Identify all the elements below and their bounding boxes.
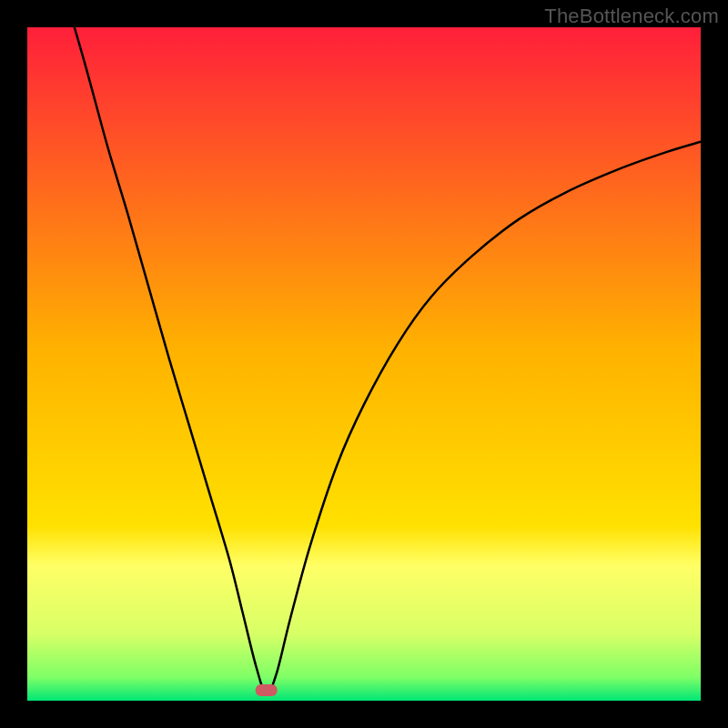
minimum-marker	[256, 684, 278, 696]
chart-frame	[27, 27, 701, 701]
watermark-text: TheBottleneck.com	[544, 5, 719, 28]
gradient-background	[27, 27, 701, 701]
bottleneck-chart	[27, 27, 701, 701]
